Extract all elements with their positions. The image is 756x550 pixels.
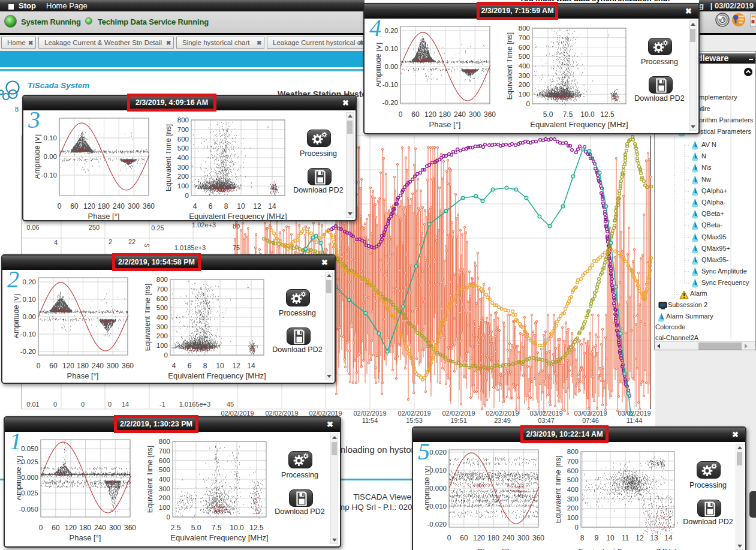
svg-text:Equivalent Frequency [MHz]: Equivalent Frequency [MHz] bbox=[170, 533, 268, 542]
svg-text:120: 120 bbox=[424, 110, 436, 119]
svg-text:4: 4 bbox=[193, 202, 197, 211]
svg-text:200: 200 bbox=[519, 81, 530, 88]
svg-text:0: 0 bbox=[53, 401, 57, 408]
svg-text:0: 0 bbox=[447, 534, 451, 542]
svg-text:8: 8 bbox=[15, 106, 19, 113]
svg-text:7.5: 7.5 bbox=[212, 524, 222, 532]
svg-text:300: 300 bbox=[517, 534, 529, 542]
svg-text:500: 500 bbox=[159, 466, 170, 473]
svg-text:300: 300 bbox=[159, 485, 170, 492]
svg-text:180: 180 bbox=[98, 202, 110, 211]
svg-text:5.0: 5.0 bbox=[191, 524, 201, 532]
svg-text:8: 8 bbox=[580, 534, 585, 542]
svg-text:360: 360 bbox=[143, 202, 155, 211]
svg-text:10: 10 bbox=[606, 534, 615, 542]
svg-text:300: 300 bbox=[567, 495, 579, 503]
svg-text:2: 2 bbox=[109, 238, 112, 245]
svg-text:0: 0 bbox=[399, 110, 403, 119]
svg-text:12: 12 bbox=[253, 202, 261, 211]
svg-text:-0.10: -0.10 bbox=[382, 81, 398, 88]
svg-text:240: 240 bbox=[502, 534, 514, 542]
svg-text:360: 360 bbox=[122, 362, 134, 370]
svg-text:7.5: 7.5 bbox=[563, 110, 573, 119]
svg-text:400: 400 bbox=[177, 154, 189, 161]
svg-text:14: 14 bbox=[122, 401, 129, 408]
svg-text:240: 240 bbox=[94, 524, 106, 532]
svg-text:11:44: 11:44 bbox=[627, 417, 643, 424]
svg-text:-0.10: -0.10 bbox=[20, 330, 36, 338]
svg-text:Equivalent Time [ns]: Equivalent Time [ns] bbox=[166, 124, 173, 192]
svg-text:9: 9 bbox=[595, 534, 599, 542]
svg-text:500: 500 bbox=[567, 476, 579, 483]
svg-text:0: 0 bbox=[37, 362, 41, 370]
svg-text:0: 0 bbox=[81, 401, 85, 408]
svg-text:300: 300 bbox=[128, 202, 140, 211]
svg-text:02/02/2019: 02/02/2019 bbox=[442, 410, 475, 417]
svg-text:240: 240 bbox=[113, 202, 125, 211]
svg-text:600: 600 bbox=[156, 295, 168, 302]
svg-text:400: 400 bbox=[156, 314, 168, 321]
svg-text:02/02/2019: 02/02/2019 bbox=[397, 410, 430, 417]
svg-text:400: 400 bbox=[519, 62, 530, 70]
svg-text:100: 100 bbox=[519, 91, 530, 98]
svg-text:180: 180 bbox=[79, 524, 91, 532]
svg-text:60: 60 bbox=[49, 362, 58, 370]
svg-text:100: 100 bbox=[567, 514, 579, 521]
svg-text:0.00: 0.00 bbox=[23, 313, 36, 320]
svg-text:-0.020: -0.020 bbox=[427, 521, 447, 528]
svg-text:Amplitude [V]: Amplitude [V] bbox=[35, 134, 41, 179]
svg-text:800: 800 bbox=[567, 448, 579, 455]
svg-text:600: 600 bbox=[159, 457, 170, 464]
svg-text:2.5: 2.5 bbox=[171, 524, 181, 532]
svg-text:120: 120 bbox=[65, 524, 77, 532]
svg-text:360: 360 bbox=[484, 110, 496, 119]
svg-text:0: 0 bbox=[39, 524, 43, 532]
svg-text:0.00: 0.00 bbox=[385, 63, 398, 70]
svg-text:10: 10 bbox=[216, 362, 224, 370]
svg-text:Phase [°]: Phase [°] bbox=[478, 547, 510, 550]
svg-text:Equivalent Time [ns]: Equivalent Time [ns] bbox=[145, 284, 152, 351]
svg-text:11: 11 bbox=[622, 534, 630, 542]
svg-text:0.20: 0.20 bbox=[385, 27, 398, 34]
svg-text:800: 800 bbox=[159, 438, 170, 445]
svg-text:Amplitude [V]: Amplitude [V] bbox=[17, 456, 23, 500]
svg-text:120: 120 bbox=[83, 202, 95, 211]
svg-text:Phase [°]: Phase [°] bbox=[67, 371, 99, 380]
svg-text:200: 200 bbox=[156, 332, 168, 339]
svg-text:Equivalent Time [ns]: Equivalent Time [ns] bbox=[147, 446, 154, 513]
svg-text:03/02/2019: 03/02/2019 bbox=[618, 410, 650, 417]
svg-text:12.5: 12.5 bbox=[600, 110, 615, 119]
svg-text:Equivalent Frequency [MHz]: Equivalent Frequency [MHz] bbox=[579, 547, 676, 550]
svg-text:0.10: 0.10 bbox=[23, 296, 36, 303]
svg-text:500: 500 bbox=[519, 53, 530, 60]
svg-text:60: 60 bbox=[70, 202, 79, 211]
svg-text:Amplitude [V]: Amplitude [V] bbox=[377, 43, 382, 87]
svg-text:0.050: 0.050 bbox=[21, 445, 38, 452]
svg-text:0.00: 0.00 bbox=[44, 153, 57, 160]
svg-text:6: 6 bbox=[209, 202, 213, 211]
svg-text:180: 180 bbox=[77, 362, 89, 370]
svg-text:0: 0 bbox=[58, 202, 62, 211]
svg-text:14: 14 bbox=[247, 362, 255, 370]
svg-text:02/02/2019: 02/02/2019 bbox=[353, 410, 386, 417]
svg-text:0.025: 0.025 bbox=[21, 458, 38, 465]
svg-text:23:49: 23:49 bbox=[494, 417, 511, 424]
svg-text:4: 4 bbox=[172, 362, 176, 370]
svg-text:07:46: 07:46 bbox=[582, 417, 599, 424]
svg-text:60: 60 bbox=[460, 534, 468, 542]
svg-text:13: 13 bbox=[650, 534, 658, 542]
svg-text:Phase [°]: Phase [°] bbox=[429, 120, 461, 129]
svg-text:02/02/2019: 02/02/2019 bbox=[486, 410, 519, 417]
svg-text:600: 600 bbox=[519, 44, 530, 51]
svg-text:300: 300 bbox=[109, 524, 121, 532]
svg-text:300: 300 bbox=[519, 72, 530, 79]
svg-text:500: 500 bbox=[156, 304, 168, 311]
svg-text:-0.20: -0.20 bbox=[20, 348, 36, 355]
svg-text:-0.20: -0.20 bbox=[382, 99, 398, 106]
svg-text:700: 700 bbox=[159, 447, 170, 455]
svg-text:500: 500 bbox=[177, 145, 189, 152]
svg-text:700: 700 bbox=[156, 285, 168, 293]
svg-text:14: 14 bbox=[268, 202, 276, 211]
svg-text:700: 700 bbox=[519, 34, 530, 41]
svg-text:0.000: 0.000 bbox=[21, 474, 38, 481]
